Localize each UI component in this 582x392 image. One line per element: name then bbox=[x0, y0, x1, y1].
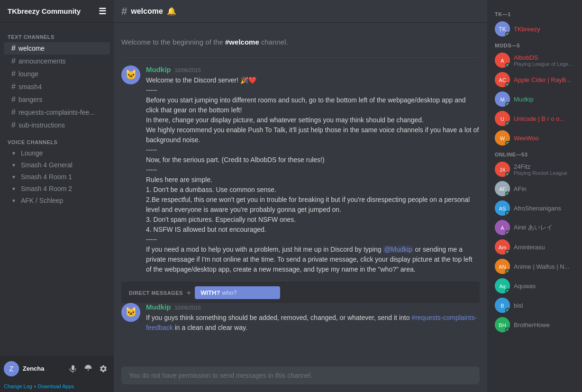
member-name: Anime | Waifus | N... bbox=[514, 263, 574, 270]
svg-text:AN: AN bbox=[499, 264, 506, 270]
mute-button[interactable] bbox=[66, 362, 80, 375]
text-channels-header: TEXT CHANNELS bbox=[0, 27, 114, 42]
status-indicator bbox=[505, 230, 510, 235]
chat-input[interactable] bbox=[121, 366, 480, 384]
member-item-afin[interactable]: AF AFin bbox=[491, 179, 578, 198]
deafen-button[interactable] bbox=[82, 362, 95, 375]
channel-name: bangers bbox=[18, 96, 43, 103]
changelog-bar: Change Log • Download Apps bbox=[0, 381, 114, 392]
message-author: Mudkip bbox=[146, 65, 171, 73]
channel-item-smash4[interactable]: # smash4 bbox=[4, 81, 110, 93]
user-controls bbox=[66, 362, 110, 375]
member-item-unicode[interactable]: U Unicode | B r o o... bbox=[491, 109, 578, 128]
channel-name: welcome bbox=[18, 45, 45, 52]
status-indicator bbox=[505, 328, 510, 332]
hamburger-icon[interactable]: ☰ bbox=[99, 6, 106, 17]
status-indicator bbox=[505, 308, 510, 313]
voice-channel-smash4room2[interactable]: ▼ Smash 4 Room 2 bbox=[4, 183, 110, 194]
message-timestamp: 10/06/2015 bbox=[175, 67, 201, 73]
member-item-aquwas[interactable]: Aq Aquwas bbox=[491, 276, 578, 295]
dm-input-box[interactable]: WITH? who? bbox=[195, 286, 280, 299]
member-item-mudkip[interactable]: M Mudkip bbox=[491, 90, 578, 109]
member-item-24fitz[interactable]: 24 24Fitz Playing Rocket League bbox=[491, 160, 578, 179]
server-sidebar: TKbreezy Community ☰ TEXT CHANNELS # wel… bbox=[0, 0, 114, 392]
member-name: TKbreezy bbox=[514, 26, 574, 33]
online-section-header: ONLINE—53 bbox=[491, 148, 578, 159]
hash-icon: # bbox=[11, 70, 16, 78]
member-info: Apple Cider | RayB... bbox=[514, 76, 574, 83]
voice-channel-smash4room1[interactable]: ▼ Smash 4 Room 1 bbox=[4, 171, 110, 182]
channel-title: welcome bbox=[131, 7, 163, 16]
member-item-applecider[interactable]: AC Apple Cider | RayB... bbox=[491, 70, 578, 89]
server-header[interactable]: TKbreezy Community ☰ bbox=[0, 0, 114, 23]
avatar: TK bbox=[495, 21, 510, 36]
changelog-link[interactable]: Change Log bbox=[4, 383, 32, 389]
member-name: BrotherHowe bbox=[514, 321, 574, 328]
avatar: Am bbox=[495, 239, 510, 255]
message-text: Welcome to the Discord server! 🎉❤️ -----… bbox=[146, 75, 480, 274]
member-name: AFin bbox=[514, 185, 574, 192]
status-indicator bbox=[505, 269, 510, 274]
download-apps-link[interactable]: Download Apps bbox=[38, 383, 74, 389]
notification-bell-icon[interactable]: 🔔 bbox=[167, 7, 176, 16]
member-item-tkbreezy[interactable]: TK TKbreezy bbox=[491, 19, 578, 38]
svg-text:M: M bbox=[500, 97, 504, 102]
message-group: 🐱 Mudkip 10/06/2015 If you guys think so… bbox=[121, 303, 480, 333]
svg-text:24: 24 bbox=[500, 167, 505, 173]
server-name: TKbreezy Community bbox=[8, 7, 81, 15]
mods-section-header: MODS—5 bbox=[491, 39, 578, 50]
channel-link[interactable]: #requests-complaints-feedback bbox=[146, 314, 477, 331]
member-item-brotherhowe[interactable]: BH BrotherHowe bbox=[491, 315, 578, 334]
channel-item-sub-instructions[interactable]: # sub-instructions bbox=[4, 119, 110, 131]
member-name: Aquwas bbox=[514, 283, 574, 290]
voice-channel-lounge[interactable]: ▼ Lounge bbox=[4, 147, 110, 159]
channel-item-requests[interactable]: # requests-complaints-fee... bbox=[4, 106, 110, 119]
channel-item-bangers[interactable]: # bangers bbox=[4, 93, 110, 106]
svg-text:Am: Am bbox=[499, 245, 507, 250]
status-indicator bbox=[505, 289, 510, 293]
voice-channel-smash4general[interactable]: ▼ Smash 4 General bbox=[4, 159, 110, 171]
member-item-aminterasu[interactable]: Am Aminterasu bbox=[491, 237, 578, 256]
channel-item-lounge[interactable]: # lounge bbox=[4, 68, 110, 80]
message-content: Mudkip 10/06/2015 Welcome to the Discord… bbox=[146, 65, 480, 274]
member-name: bisl bbox=[514, 302, 574, 309]
dm-add-button[interactable]: + bbox=[187, 289, 191, 297]
member-item-afroshenanigans[interactable]: AS AfroShenanigans bbox=[491, 199, 578, 218]
voice-channel-afk[interactable]: ▼ AFK / Schleep bbox=[4, 195, 110, 206]
status-indicator bbox=[505, 172, 510, 177]
avatar: A bbox=[495, 53, 510, 68]
tk1-section-header: TK—1 bbox=[491, 8, 578, 19]
member-info: TKbreezy bbox=[514, 26, 574, 33]
channel-start: Welcome to the beginning of the #welcome… bbox=[121, 30, 480, 58]
svg-text:A: A bbox=[500, 225, 504, 231]
member-name: Unicode | B r o o... bbox=[514, 115, 574, 122]
channel-item-announcements[interactable]: # announcements bbox=[4, 55, 110, 67]
channel-name: sub-instructions bbox=[18, 121, 65, 129]
dm-with-label: WITH? bbox=[200, 289, 220, 296]
user-info: Zencha bbox=[23, 365, 66, 372]
member-info: Anime | Waifus | N... bbox=[514, 263, 574, 270]
settings-button[interactable] bbox=[97, 362, 110, 375]
status-indicator bbox=[505, 102, 510, 107]
dm-label: DIRECT MESSAGES bbox=[129, 290, 183, 296]
status-indicator bbox=[505, 63, 510, 68]
avatar: AS bbox=[495, 201, 510, 216]
svg-text:AS: AS bbox=[499, 206, 506, 211]
collapse-arrow-icon: ▼ bbox=[11, 198, 16, 203]
member-item-weewoo[interactable]: W WeeWoo bbox=[491, 128, 578, 147]
member-info: Airei あいレイ bbox=[514, 223, 574, 232]
member-info: 24Fitz Playing Rocket League bbox=[514, 163, 574, 176]
status-indicator bbox=[505, 141, 510, 146]
member-name: AlbobDS bbox=[514, 54, 574, 61]
collapse-arrow-icon: ▼ bbox=[11, 174, 16, 180]
member-name: Aminterasu bbox=[514, 244, 574, 251]
member-item-bisl[interactable]: B bisl bbox=[491, 296, 578, 315]
status-indicator bbox=[505, 191, 510, 196]
member-item-anime[interactable]: AN Anime | Waifus | N... bbox=[491, 257, 578, 276]
message-content: Mudkip 10/06/2015 If you guys think some… bbox=[146, 303, 480, 333]
channel-name: requests-complaints-fee... bbox=[18, 109, 95, 116]
avatar: A bbox=[495, 220, 510, 235]
member-item-airei[interactable]: A Airei あいレイ bbox=[491, 218, 578, 237]
member-item-albobds[interactable]: A AlbobDS Playing League of Legends bbox=[491, 51, 578, 70]
channel-item-welcome[interactable]: # welcome bbox=[4, 42, 110, 55]
